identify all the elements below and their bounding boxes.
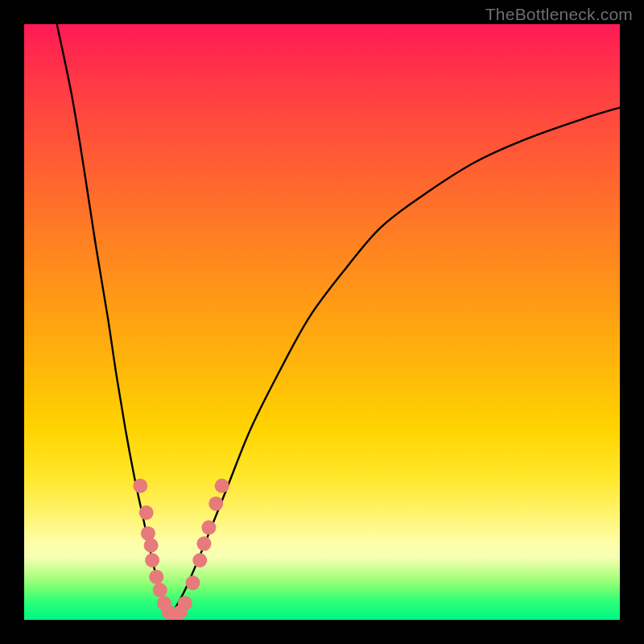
marker-group <box>133 479 229 621</box>
data-point <box>153 583 167 597</box>
data-point <box>133 479 147 493</box>
plot-area <box>24 24 620 620</box>
chart-frame: TheBottleneck.com <box>0 0 644 644</box>
data-point <box>145 553 159 568</box>
data-point <box>208 497 223 511</box>
data-point <box>201 520 216 535</box>
chart-svg <box>24 24 620 620</box>
data-point <box>149 570 163 584</box>
curve-right-curve <box>170 108 620 617</box>
data-point <box>178 596 192 610</box>
data-point <box>196 536 211 551</box>
data-point <box>215 479 229 493</box>
data-point <box>192 553 207 568</box>
watermark-text: TheBottleneck.com <box>485 5 633 24</box>
data-point <box>185 576 200 590</box>
data-point <box>139 506 154 520</box>
data-point <box>144 539 159 553</box>
curve-left-curve <box>57 24 171 617</box>
curve-group <box>57 24 620 617</box>
